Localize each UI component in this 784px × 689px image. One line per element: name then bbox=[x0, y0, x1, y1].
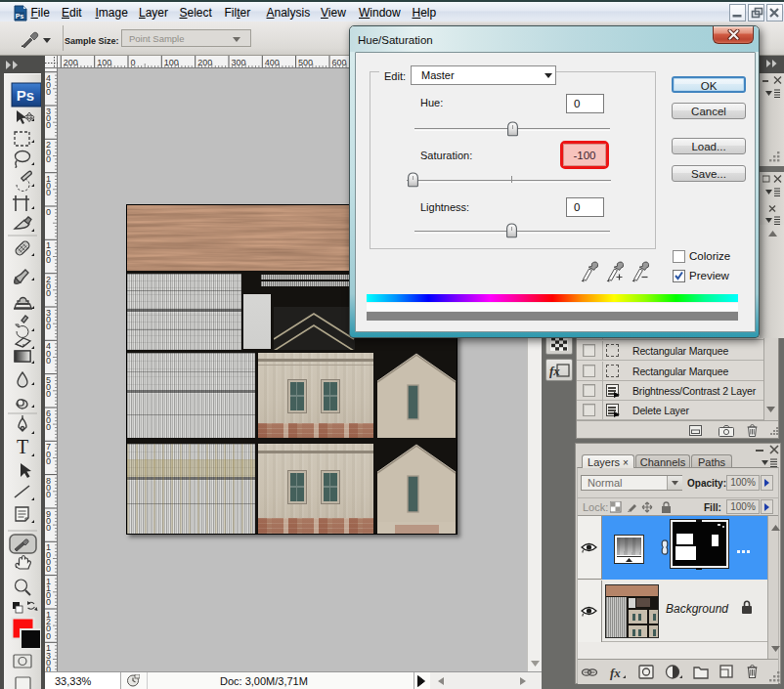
svg-text:0: 0 bbox=[46, 255, 51, 265]
svg-text:0: 0 bbox=[46, 188, 51, 197]
svg-text:200: 200 bbox=[64, 58, 78, 67]
svg-text:200: 200 bbox=[197, 58, 212, 67]
svg-text:0: 0 bbox=[46, 597, 51, 607]
svg-text:0: 0 bbox=[46, 631, 51, 641]
svg-text:500: 500 bbox=[298, 58, 313, 67]
svg-text:100: 100 bbox=[97, 58, 111, 67]
svg-text:0: 0 bbox=[46, 665, 51, 671]
svg-text:0: 0 bbox=[46, 120, 51, 130]
svg-text:0: 0 bbox=[46, 356, 51, 366]
svg-text:0: 0 bbox=[46, 490, 51, 499]
svg-text:0: 0 bbox=[46, 523, 51, 533]
svg-text:T: T bbox=[17, 436, 28, 457]
svg-text:0: 0 bbox=[46, 564, 51, 574]
svg-text:0: 0 bbox=[46, 154, 51, 164]
svg-text:600: 600 bbox=[332, 58, 347, 67]
svg-text:fx: fx bbox=[549, 364, 560, 378]
svg-text:0: 0 bbox=[131, 58, 136, 67]
svg-text:0: 0 bbox=[46, 422, 51, 432]
svg-text:0: 0 bbox=[46, 456, 51, 466]
svg-text:0: 0 bbox=[46, 288, 51, 298]
svg-text:100: 100 bbox=[164, 58, 179, 67]
svg-text:Ps: Ps bbox=[17, 87, 34, 104]
svg-text:300: 300 bbox=[232, 58, 246, 67]
svg-text:0: 0 bbox=[46, 389, 51, 399]
svg-text:0: 0 bbox=[46, 322, 51, 331]
svg-text:Ps: Ps bbox=[16, 13, 24, 20]
svg-text:0: 0 bbox=[46, 207, 51, 217]
svg-text:0: 0 bbox=[46, 87, 51, 97]
svg-text:400: 400 bbox=[265, 58, 280, 67]
svg-text:fx: fx bbox=[610, 666, 621, 680]
